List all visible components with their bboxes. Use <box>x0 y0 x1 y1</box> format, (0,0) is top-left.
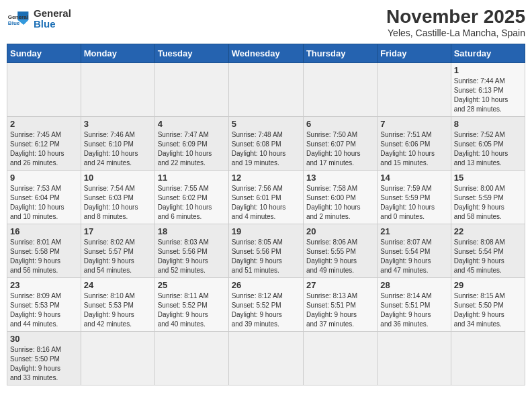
calendar-cell <box>378 331 451 385</box>
day-info: Sunrise: 7:54 AM Sunset: 6:03 PM Dayligh… <box>84 184 152 222</box>
day-info: Sunrise: 7:58 AM Sunset: 6:00 PM Dayligh… <box>306 184 374 222</box>
calendar-cell: 5Sunrise: 7:48 AM Sunset: 6:08 PM Daylig… <box>228 116 303 170</box>
calendar-week-row: 23Sunrise: 8:09 AM Sunset: 5:53 PM Dayli… <box>7 277 525 331</box>
calendar-cell: 20Sunrise: 8:06 AM Sunset: 5:55 PM Dayli… <box>303 224 377 277</box>
day-info: Sunrise: 8:13 AM Sunset: 5:51 PM Dayligh… <box>306 291 374 329</box>
day-number: 24 <box>84 280 152 290</box>
day-number: 29 <box>454 280 522 290</box>
calendar-week-row: 30Sunrise: 8:16 AM Sunset: 5:50 PM Dayli… <box>7 331 525 385</box>
calendar-title: November 2025 <box>386 7 525 28</box>
day-info: Sunrise: 8:05 AM Sunset: 5:56 PM Dayligh… <box>232 238 300 275</box>
calendar-cell <box>228 62 303 116</box>
day-info: Sunrise: 8:01 AM Sunset: 5:58 PM Dayligh… <box>10 238 78 275</box>
page-header: General Blue General Blue November 2025 … <box>7 7 525 38</box>
weekday-header-saturday: Saturday <box>451 44 525 62</box>
day-info: Sunrise: 7:46 AM Sunset: 6:10 PM Dayligh… <box>84 130 152 168</box>
day-number: 21 <box>380 226 447 236</box>
calendar-cell: 30Sunrise: 8:16 AM Sunset: 5:50 PM Dayli… <box>7 331 81 385</box>
day-info: Sunrise: 7:50 AM Sunset: 6:07 PM Dayligh… <box>306 130 374 168</box>
calendar-cell: 9Sunrise: 7:53 AM Sunset: 6:04 PM Daylig… <box>7 170 81 224</box>
logo-blue-text: Blue <box>34 19 71 30</box>
calendar-cell: 11Sunrise: 7:55 AM Sunset: 6:02 PM Dayli… <box>154 170 228 224</box>
day-number: 18 <box>158 226 226 236</box>
day-info: Sunrise: 8:02 AM Sunset: 5:57 PM Dayligh… <box>84 238 152 275</box>
weekday-header-thursday: Thursday <box>303 44 377 62</box>
day-info: Sunrise: 7:53 AM Sunset: 6:04 PM Dayligh… <box>10 184 78 222</box>
day-info: Sunrise: 8:09 AM Sunset: 5:53 PM Dayligh… <box>10 291 78 329</box>
calendar-cell: 7Sunrise: 7:51 AM Sunset: 6:06 PM Daylig… <box>378 116 451 170</box>
calendar-cell <box>81 331 154 385</box>
calendar-cell: 3Sunrise: 7:46 AM Sunset: 6:10 PM Daylig… <box>81 116 154 170</box>
svg-text:General: General <box>8 14 28 20</box>
day-number: 17 <box>84 226 152 236</box>
day-info: Sunrise: 8:00 AM Sunset: 5:59 PM Dayligh… <box>454 184 522 222</box>
weekday-header-wednesday: Wednesday <box>228 44 303 62</box>
calendar-week-row: 1Sunrise: 7:44 AM Sunset: 6:13 PM Daylig… <box>7 62 525 116</box>
day-number: 14 <box>380 173 447 183</box>
day-info: Sunrise: 8:14 AM Sunset: 5:51 PM Dayligh… <box>380 291 447 329</box>
day-info: Sunrise: 7:56 AM Sunset: 6:01 PM Dayligh… <box>232 184 300 222</box>
calendar-cell <box>7 62 81 116</box>
day-info: Sunrise: 8:15 AM Sunset: 5:50 PM Dayligh… <box>454 291 522 329</box>
logo-icon: General Blue <box>7 7 31 31</box>
calendar-cell: 19Sunrise: 8:05 AM Sunset: 5:56 PM Dayli… <box>228 224 303 277</box>
day-number: 15 <box>454 173 522 183</box>
day-info: Sunrise: 8:07 AM Sunset: 5:54 PM Dayligh… <box>380 238 447 275</box>
calendar-cell: 14Sunrise: 7:59 AM Sunset: 5:59 PM Dayli… <box>378 170 451 224</box>
day-number: 9 <box>10 173 78 183</box>
calendar-cell <box>451 331 525 385</box>
weekday-header-tuesday: Tuesday <box>154 44 228 62</box>
day-number: 28 <box>380 280 447 290</box>
day-info: Sunrise: 7:52 AM Sunset: 6:05 PM Dayligh… <box>454 130 522 168</box>
day-number: 11 <box>158 173 226 183</box>
calendar-cell: 12Sunrise: 7:56 AM Sunset: 6:01 PM Dayli… <box>228 170 303 224</box>
calendar-cell <box>303 62 377 116</box>
calendar-cell: 4Sunrise: 7:47 AM Sunset: 6:09 PM Daylig… <box>154 116 228 170</box>
day-number: 1 <box>454 65 522 75</box>
calendar-cell: 10Sunrise: 7:54 AM Sunset: 6:03 PM Dayli… <box>81 170 154 224</box>
weekday-header-row: SundayMondayTuesdayWednesdayThursdayFrid… <box>7 44 525 62</box>
day-info: Sunrise: 7:55 AM Sunset: 6:02 PM Dayligh… <box>158 184 226 222</box>
calendar-cell: 29Sunrise: 8:15 AM Sunset: 5:50 PM Dayli… <box>451 277 525 331</box>
calendar-cell: 25Sunrise: 8:11 AM Sunset: 5:52 PM Dayli… <box>154 277 228 331</box>
day-number: 20 <box>306 226 374 236</box>
day-number: 10 <box>84 173 152 183</box>
day-number: 16 <box>10 226 78 236</box>
day-number: 3 <box>84 119 152 129</box>
calendar-cell <box>228 331 303 385</box>
day-info: Sunrise: 8:16 AM Sunset: 5:50 PM Dayligh… <box>10 345 78 383</box>
logo: General Blue General Blue <box>7 7 71 31</box>
day-number: 2 <box>10 119 78 129</box>
day-number: 23 <box>10 280 78 290</box>
calendar-cell: 15Sunrise: 8:00 AM Sunset: 5:59 PM Dayli… <box>451 170 525 224</box>
logo-general-text: General <box>34 8 71 19</box>
calendar-cell: 17Sunrise: 8:02 AM Sunset: 5:57 PM Dayli… <box>81 224 154 277</box>
day-info: Sunrise: 7:48 AM Sunset: 6:08 PM Dayligh… <box>232 130 300 168</box>
day-info: Sunrise: 7:59 AM Sunset: 5:59 PM Dayligh… <box>380 184 447 222</box>
day-number: 7 <box>380 119 447 129</box>
day-info: Sunrise: 8:06 AM Sunset: 5:55 PM Dayligh… <box>306 238 374 275</box>
day-number: 26 <box>232 280 300 290</box>
calendar-week-row: 16Sunrise: 8:01 AM Sunset: 5:58 PM Dayli… <box>7 224 525 277</box>
day-number: 5 <box>232 119 300 129</box>
day-number: 6 <box>306 119 374 129</box>
calendar-cell: 22Sunrise: 8:08 AM Sunset: 5:54 PM Dayli… <box>451 224 525 277</box>
weekday-header-friday: Friday <box>378 44 451 62</box>
calendar-cell <box>154 331 228 385</box>
day-info: Sunrise: 8:12 AM Sunset: 5:52 PM Dayligh… <box>232 291 300 329</box>
calendar-cell: 21Sunrise: 8:07 AM Sunset: 5:54 PM Dayli… <box>378 224 451 277</box>
calendar-cell <box>81 62 154 116</box>
day-info: Sunrise: 8:10 AM Sunset: 5:53 PM Dayligh… <box>84 291 152 329</box>
calendar-cell: 8Sunrise: 7:52 AM Sunset: 6:05 PM Daylig… <box>451 116 525 170</box>
calendar-cell: 28Sunrise: 8:14 AM Sunset: 5:51 PM Dayli… <box>378 277 451 331</box>
day-info: Sunrise: 7:51 AM Sunset: 6:06 PM Dayligh… <box>380 130 447 168</box>
calendar-cell: 1Sunrise: 7:44 AM Sunset: 6:13 PM Daylig… <box>451 62 525 116</box>
calendar-week-row: 2Sunrise: 7:45 AM Sunset: 6:12 PM Daylig… <box>7 116 525 170</box>
calendar-cell: 13Sunrise: 7:58 AM Sunset: 6:00 PM Dayli… <box>303 170 377 224</box>
calendar-cell <box>154 62 228 116</box>
day-info: Sunrise: 7:45 AM Sunset: 6:12 PM Dayligh… <box>10 130 78 168</box>
svg-text:Blue: Blue <box>8 20 20 26</box>
day-number: 19 <box>232 226 300 236</box>
day-info: Sunrise: 8:11 AM Sunset: 5:52 PM Dayligh… <box>158 291 226 329</box>
day-number: 27 <box>306 280 374 290</box>
